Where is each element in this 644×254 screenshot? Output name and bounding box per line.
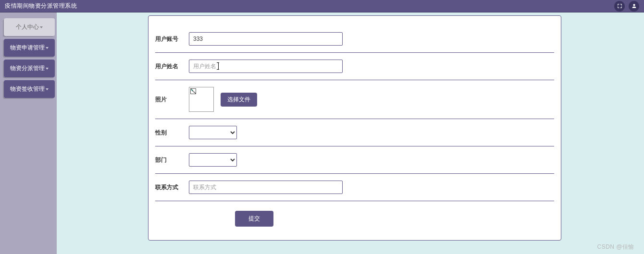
chevron-down-icon: [46, 47, 49, 49]
label-contact: 联系方式: [155, 183, 184, 192]
label-photo: 照片: [155, 96, 184, 104]
row-photo: 照片 选择文件: [155, 80, 554, 119]
gender-select[interactable]: [189, 126, 237, 139]
sidebar-item-label: 个人中心: [16, 24, 39, 30]
broken-image-icon: [190, 88, 196, 94]
watermark: CSDN @佳愉: [597, 243, 634, 251]
sidebar-item-request[interactable]: 物资申请管理: [4, 39, 55, 57]
row-submit: 提交: [155, 201, 554, 233]
row-gender: 性别: [155, 119, 554, 146]
sidebar-item-dispatch[interactable]: 物资分派管理: [4, 60, 55, 77]
label-department: 部门: [155, 156, 184, 164]
app-header: 疫情期间物资分派管理系统: [0, 0, 644, 12]
sidebar: 个人中心 物资申请管理 物资分派管理 物资签收管理: [0, 12, 57, 254]
sidebar-item-label: 物资签收管理: [10, 85, 45, 92]
row-account: 用户账号: [155, 25, 554, 53]
photo-preview: [189, 87, 214, 112]
user-icon[interactable]: [629, 1, 639, 12]
header-icons: [614, 1, 639, 12]
main-layout: 个人中心 物资申请管理 物资分派管理 物资签收管理 用户账号 用户姓名: [0, 12, 644, 254]
text-cursor-icon: [218, 62, 218, 70]
name-input[interactable]: [189, 60, 343, 73]
label-account: 用户账号: [155, 35, 184, 43]
department-select[interactable]: [189, 153, 237, 167]
chevron-down-icon: [46, 88, 49, 90]
content-area: 用户账号 用户姓名 照片 选择文件: [57, 12, 644, 254]
app-title: 疫情期间物资分派管理系统: [5, 2, 77, 10]
submit-button[interactable]: 提交: [235, 211, 273, 227]
row-contact: 联系方式: [155, 174, 554, 201]
fullscreen-icon[interactable]: [614, 1, 625, 12]
label-name: 用户姓名: [155, 62, 184, 71]
sidebar-item-receipt[interactable]: 物资签收管理: [4, 80, 55, 98]
choose-file-button[interactable]: 选择文件: [221, 93, 257, 107]
sidebar-item-label: 物资分派管理: [10, 65, 45, 72]
contact-input[interactable]: [189, 181, 343, 194]
account-input[interactable]: [189, 32, 343, 46]
sidebar-item-label: 物资申请管理: [10, 44, 45, 51]
row-department: 部门: [155, 146, 554, 174]
label-gender: 性别: [155, 129, 184, 137]
form-card: 用户账号 用户姓名 照片 选择文件: [148, 15, 561, 241]
chevron-down-icon: [40, 26, 43, 28]
sidebar-item-profile[interactable]: 个人中心: [4, 18, 55, 36]
row-name: 用户姓名: [155, 53, 554, 80]
chevron-down-icon: [46, 68, 49, 70]
